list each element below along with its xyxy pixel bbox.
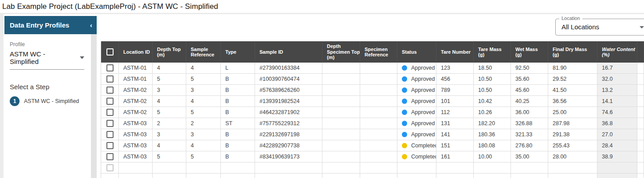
- cell-depthTop[interactable]: 4: [153, 96, 186, 107]
- cell-locationId[interactable]: [119, 162, 153, 173]
- cell-tareMass[interactable]: 10.26: [474, 107, 511, 118]
- select-all-checkbox[interactable]: [106, 48, 114, 55]
- cell-tareNumber[interactable]: 161: [436, 151, 474, 162]
- cell-depthSpecimenTop[interactable]: [322, 174, 360, 178]
- collapse-panel-icon[interactable]: ‹: [90, 22, 92, 28]
- cell-status[interactable]: Approved: [397, 85, 436, 95]
- cell-specimenReference[interactable]: [360, 118, 397, 129]
- step-item-astm-wc-simplified[interactable]: 1 ASTM WC - Simplified: [10, 96, 86, 106]
- cell-finalDryMass[interactable]: 25.00: [548, 107, 597, 118]
- cell-tareMass[interactable]: 10.42: [474, 96, 511, 107]
- cell-sampleId[interactable]: [255, 174, 322, 178]
- row-checkbox[interactable]: [106, 75, 114, 83]
- cell-spacer[interactable]: [637, 162, 644, 173]
- cell-depthTop[interactable]: 5: [153, 151, 186, 162]
- cell-depthTop[interactable]: 2: [153, 118, 186, 129]
- cell-type[interactable]: B: [221, 151, 255, 162]
- cell-wetMass[interactable]: 92.50: [511, 63, 548, 73]
- cell-spacer[interactable]: [637, 174, 644, 178]
- cell-depthTop[interactable]: 5: [153, 107, 186, 118]
- cell-specimenReference[interactable]: [360, 151, 397, 162]
- cell-wetMass[interactable]: 36.00: [511, 107, 548, 118]
- cell-status[interactable]: [397, 174, 436, 178]
- row-checkbox[interactable]: [106, 64, 114, 71]
- cell-depthSpecimenTop[interactable]: [322, 96, 360, 107]
- cell-depthTop[interactable]: [153, 162, 186, 173]
- cell-sampleReference[interactable]: 5: [186, 74, 221, 84]
- cell-sampleReference[interactable]: 3: [186, 85, 221, 95]
- cell-status[interactable]: Approved: [397, 96, 436, 107]
- row-checkbox[interactable]: [106, 109, 114, 116]
- cell-depthSpecimenTop[interactable]: [322, 107, 360, 118]
- cell-waterContent[interactable]: [597, 174, 637, 178]
- cell-waterContent[interactable]: 28.4: [597, 140, 637, 151]
- cell-tareNumber[interactable]: 456: [436, 74, 474, 84]
- cell-sampleId[interactable]: #464232871902: [255, 107, 322, 118]
- cell-tareMass[interactable]: 18.50: [474, 63, 511, 73]
- cell-tareNumber[interactable]: 123: [436, 63, 474, 73]
- cell-wetMass[interactable]: 35.60: [511, 74, 548, 84]
- cell-type[interactable]: B: [221, 140, 255, 151]
- cell-finalDryMass[interactable]: 28.00: [548, 151, 597, 162]
- cell-waterContent[interactable]: [597, 162, 637, 173]
- cell-specimenReference[interactable]: [360, 85, 397, 95]
- cell-locationId[interactable]: ASTM-02: [119, 96, 153, 107]
- cell-locationId[interactable]: ASTM-01: [119, 63, 153, 73]
- cell-waterContent[interactable]: 36.8: [597, 118, 637, 129]
- cell-wetMass[interactable]: 45.60: [511, 85, 548, 95]
- cell-spacer[interactable]: [637, 63, 644, 73]
- cell-depthSpecimenTop[interactable]: [322, 63, 360, 73]
- cell-specimenReference[interactable]: [360, 107, 397, 118]
- cell-locationId[interactable]: ASTM-02: [119, 107, 153, 118]
- cell-locationId[interactable]: ASTM-03: [119, 151, 153, 162]
- cell-waterContent[interactable]: 27.0: [597, 129, 637, 140]
- cell-locationId[interactable]: ASTM-01: [119, 74, 153, 84]
- cell-sampleReference[interactable]: 4: [186, 63, 221, 73]
- cell-sampleId[interactable]: #757755229312: [255, 118, 322, 129]
- cell-spacer[interactable]: [637, 129, 644, 140]
- cell-spacer[interactable]: [637, 140, 644, 151]
- cell-depthTop[interactable]: 5: [153, 74, 186, 84]
- cell-sampleReference[interactable]: 4: [186, 96, 221, 107]
- row-checkbox[interactable]: [106, 153, 114, 160]
- cell-depthSpecimenTop[interactable]: [322, 85, 360, 95]
- cell-tareNumber[interactable]: 151: [436, 140, 474, 151]
- cell-finalDryMass[interactable]: 287.98: [548, 118, 597, 129]
- cell-tareNumber[interactable]: 141: [436, 129, 474, 140]
- cell-specimenReference[interactable]: [360, 162, 397, 173]
- cell-tareNumber[interactable]: 101: [436, 96, 474, 107]
- cell-finalDryMass[interactable]: 81.90: [548, 63, 597, 73]
- cell-locationId[interactable]: ASTM-02: [119, 85, 153, 95]
- cell-finalDryMass[interactable]: 36.56: [548, 96, 597, 107]
- cell-status[interactable]: Approved: [397, 129, 436, 140]
- cell-finalDryMass[interactable]: [548, 162, 597, 173]
- cell-status[interactable]: Completed: [397, 140, 436, 151]
- cell-specimenReference[interactable]: [360, 129, 397, 140]
- cell-wetMass[interactable]: 276.80: [511, 140, 548, 151]
- cell-depthSpecimenTop[interactable]: [322, 118, 360, 129]
- cell-depthTop[interactable]: 3: [153, 85, 186, 95]
- cell-status[interactable]: Completed: [397, 151, 436, 162]
- cell-specimenReference[interactable]: [360, 140, 397, 151]
- cell-finalDryMass[interactable]: 255.43: [548, 140, 597, 151]
- cell-status[interactable]: [397, 162, 436, 173]
- cell-type[interactable]: B: [221, 107, 255, 118]
- cell-tareNumber[interactable]: [436, 174, 474, 178]
- cell-spacer[interactable]: [637, 74, 644, 84]
- cell-type[interactable]: L: [221, 63, 255, 73]
- cell-waterContent[interactable]: 13.2: [597, 85, 637, 95]
- cell-tareMass[interactable]: 180.36: [474, 129, 511, 140]
- cell-locationId[interactable]: [119, 174, 153, 178]
- cell-wetMass[interactable]: 40.25: [511, 96, 548, 107]
- cell-locationId[interactable]: ASTM-03: [119, 118, 153, 129]
- cell-finalDryMass[interactable]: 291.38: [548, 129, 597, 140]
- cell-specimenReference[interactable]: [360, 96, 397, 107]
- cell-specimenReference[interactable]: [360, 74, 397, 84]
- cell-sampleId[interactable]: #422892907738: [255, 140, 322, 151]
- cell-spacer[interactable]: [637, 151, 644, 162]
- cell-tareNumber[interactable]: 112: [436, 107, 474, 118]
- profile-select[interactable]: ASTM WC - Simplified: [10, 50, 84, 70]
- cell-type[interactable]: [221, 162, 255, 173]
- cell-depthTop[interactable]: 3: [153, 129, 186, 140]
- cell-status[interactable]: Approved: [397, 118, 436, 129]
